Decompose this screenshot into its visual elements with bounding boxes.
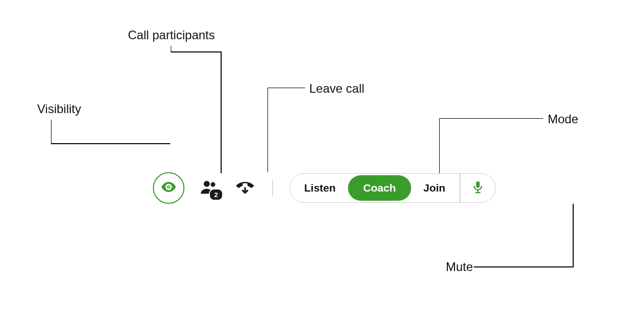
- mode-option-join[interactable]: Join: [411, 175, 458, 201]
- leader-mode: [439, 118, 551, 179]
- mode-group: Listen Coach Join: [289, 173, 496, 203]
- participants-button[interactable]: 2: [198, 176, 221, 200]
- diagram-stage: Visibility Call participants Leave call …: [0, 0, 644, 323]
- svg-rect-4: [476, 181, 479, 188]
- mode-option-listen[interactable]: Listen: [292, 175, 348, 201]
- label-leave-call: Leave call: [309, 82, 364, 96]
- mode-segmented-control: Listen Coach Join: [292, 175, 458, 201]
- svg-point-2: [204, 181, 210, 187]
- leader-participants: [171, 46, 242, 178]
- mode-option-coach[interactable]: Coach: [348, 175, 411, 201]
- hangup-icon: [235, 177, 255, 199]
- label-mode: Mode: [548, 112, 578, 126]
- toolbar-divider: [272, 180, 273, 196]
- call-toolbar: 2 Listen Coach Join: [153, 172, 496, 204]
- eye-icon: [160, 178, 177, 198]
- leader-mute: [474, 204, 586, 275]
- mic-icon: [471, 180, 485, 196]
- label-visibility: Visibility: [37, 102, 81, 116]
- label-mute: Mute: [446, 260, 473, 274]
- svg-point-1: [168, 186, 170, 188]
- svg-point-3: [210, 182, 215, 187]
- leave-call-button[interactable]: [234, 177, 256, 199]
- participants-count-badge: 2: [209, 189, 223, 201]
- label-participants: Call participants: [128, 28, 215, 42]
- mute-button[interactable]: [461, 174, 495, 202]
- leader-visibility: [51, 120, 178, 181]
- leader-leave: [267, 88, 313, 179]
- visibility-button[interactable]: [153, 172, 184, 204]
